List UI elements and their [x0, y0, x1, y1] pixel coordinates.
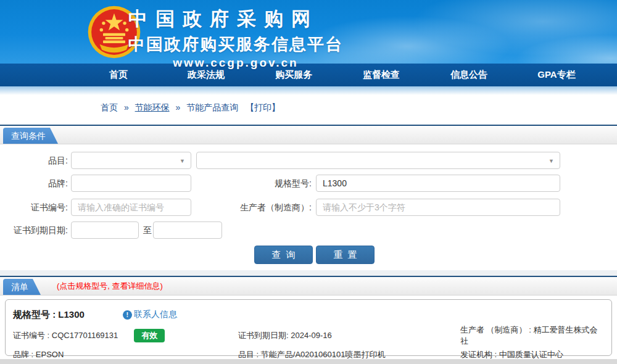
list-section-header: 清单 (点击规格型号, 查看详细信息)	[0, 276, 617, 296]
section-divider	[0, 270, 617, 276]
query-section-header: 查询条件	[0, 125, 617, 144]
category-value: 品目 : 节能产品/A0201060101喷墨打印机	[238, 348, 460, 362]
nav-item-gpa[interactable]: GPA专栏	[513, 69, 600, 81]
breadcrumb: 首页 » 节能环保 » 节能产品查询 【打印】	[0, 95, 617, 125]
model-label: 规格型号:	[197, 175, 312, 192]
site-title: 中国政府采购网 中国政府购买服务信息平台 www.ccgp.gov.cn	[128, 6, 343, 70]
breadcrumb-separator: »	[124, 102, 129, 112]
cert-date-from-input[interactable]	[71, 221, 139, 239]
site-title-sub: 中国政府购买服务信息平台	[128, 33, 343, 56]
nav-bottom-gradient	[0, 86, 617, 95]
nav-item-announcements[interactable]: 信息公告	[425, 69, 513, 81]
nav-item-purchase-service[interactable]: 购买服务	[250, 69, 337, 81]
breadcrumb-current-page: 节能产品查询	[186, 102, 238, 112]
query-form: 品目: ▼ ▼ 品牌: 规格型号: 证书编号: 生产者（制造商）: 证书到期日期…	[0, 144, 617, 270]
nav-item-home[interactable]: 首页	[75, 69, 162, 81]
cert-no-label: 证书编号:	[0, 199, 68, 216]
producer-value: 生产者 （制造商） : 精工爱普生株式会社	[460, 329, 604, 342]
status-badge: 有效	[134, 329, 165, 342]
producer-label: 生产者（制造商）:	[197, 199, 312, 216]
cert-expire-value: 证书到期日期: 2024-09-16	[238, 329, 460, 342]
nav-item-regulations[interactable]: 政采法规	[162, 69, 250, 81]
info-icon: !	[123, 310, 132, 320]
brand-label: 品牌:	[0, 175, 68, 192]
chevron-down-icon: ▼	[180, 158, 185, 164]
contact-info-link[interactable]: ! 联系人信息	[123, 309, 177, 320]
category-select[interactable]: ▼	[71, 152, 191, 169]
date-range-to-label: 至	[143, 221, 152, 239]
cert-no-value: 证书编号 : CQC17701169131	[13, 330, 118, 341]
reset-button[interactable]: 重置	[316, 246, 375, 264]
model-input[interactable]	[316, 175, 560, 192]
site-title-main: 中国政府采购网	[128, 6, 343, 32]
search-button[interactable]: 查询	[254, 246, 313, 264]
site-url: www.ccgp.gov.cn	[128, 56, 343, 70]
breadcrumb-category-link[interactable]: 节能环保	[135, 102, 170, 112]
nav-item-supervision[interactable]: 监督检查	[337, 69, 425, 81]
breadcrumb-home[interactable]: 首页	[101, 102, 118, 112]
model-title-link[interactable]: 规格型号 : L1300	[13, 309, 85, 321]
brand-input[interactable]	[71, 175, 191, 192]
tab-query-conditions[interactable]: 查询条件	[3, 128, 58, 144]
breadcrumb-separator: »	[175, 102, 180, 112]
cert-no-input[interactable]	[71, 199, 191, 216]
cert-date-label: 证书到期日期:	[0, 221, 68, 239]
result-list: 规格型号 : L1300 ! 联系人信息 证书编号 : CQC177011691…	[0, 296, 617, 359]
brand-value: 品牌 : EPSON	[13, 348, 238, 362]
chevron-down-icon: ▼	[549, 158, 554, 164]
producer-input[interactable]	[316, 199, 560, 216]
contact-info-label: 联系人信息	[134, 309, 177, 320]
result-card: 规格型号 : L1300 ! 联系人信息 证书编号 : CQC177011691…	[5, 299, 612, 356]
category-label: 品目:	[0, 152, 68, 169]
print-link[interactable]: 【打印】	[246, 102, 280, 112]
tab-list[interactable]: 清单	[3, 279, 41, 295]
site-header: 中国政府采购网 中国政府购买服务信息平台 www.ccgp.gov.cn	[0, 0, 617, 64]
list-hint-text: (点击规格型号, 查看详细信息)	[57, 281, 163, 292]
cert-date-to-input[interactable]	[153, 221, 222, 239]
issuer-value: 发证机构 : 中国质量认证中心	[460, 348, 604, 362]
subcategory-select[interactable]: ▼	[196, 152, 560, 169]
